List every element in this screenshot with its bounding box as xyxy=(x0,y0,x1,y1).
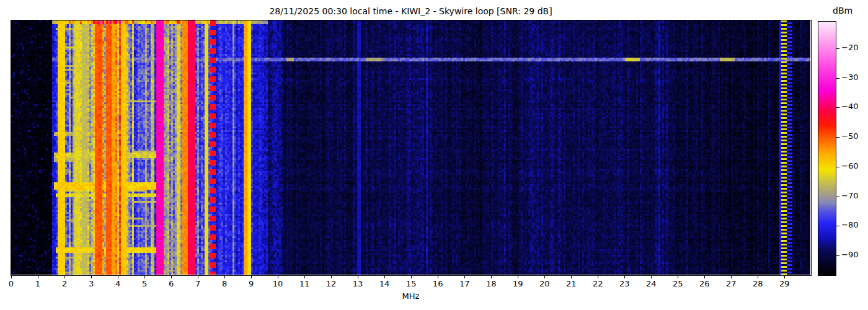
x-tick-mark xyxy=(571,275,572,278)
x-tick-mark xyxy=(278,275,278,278)
x-tick-label: 11 xyxy=(299,279,310,288)
x-tick-mark xyxy=(438,275,438,278)
x-tick-mark xyxy=(91,275,92,278)
x-tick-label: 14 xyxy=(379,279,390,288)
colorbar-tick-label: −90 xyxy=(841,250,858,259)
x-tick-label: 21 xyxy=(566,279,577,288)
x-tick-mark xyxy=(544,275,545,278)
colorbar-tick-mark xyxy=(836,78,839,79)
x-tick-mark xyxy=(38,275,38,278)
x-tick-label: 9 xyxy=(249,279,254,288)
x-tick-mark xyxy=(224,275,225,278)
x-tick-label: 27 xyxy=(726,279,737,288)
x-tick-label: 22 xyxy=(593,279,603,288)
spectrogram-plot xyxy=(11,20,812,276)
colorbar-tick-mark xyxy=(836,107,839,108)
x-tick-mark xyxy=(731,275,732,278)
x-tick-label: 1 xyxy=(35,279,40,288)
x-tick-mark xyxy=(624,275,625,278)
colorbar-tick-label: −70 xyxy=(841,191,858,200)
x-tick-mark xyxy=(651,275,652,278)
x-tick-mark xyxy=(304,275,305,278)
x-tick-label: 18 xyxy=(486,279,497,288)
colorbar xyxy=(818,21,836,276)
x-tick-label: 28 xyxy=(753,279,763,288)
colorbar-tick-mark xyxy=(836,197,839,197)
colorbar-tick-mark xyxy=(836,48,839,49)
x-tick-label: 24 xyxy=(646,279,657,288)
x-tick-mark xyxy=(464,275,465,278)
colorbar-tick-mark xyxy=(836,226,839,226)
x-tick-label: 26 xyxy=(699,279,710,288)
x-tick-mark xyxy=(704,275,705,278)
x-tick-mark xyxy=(518,275,518,278)
x-tick-mark xyxy=(251,275,252,278)
x-tick-mark xyxy=(198,275,198,278)
colorbar-tick-label: −30 xyxy=(841,73,858,82)
x-tick-mark xyxy=(384,275,385,278)
x-tick-label: 13 xyxy=(353,279,363,288)
x-tick-mark xyxy=(491,275,492,278)
x-tick-mark xyxy=(411,275,412,278)
x-axis-label: MHz xyxy=(11,291,810,301)
spectrogram-canvas xyxy=(11,20,810,275)
colorbar-tick-label: −50 xyxy=(841,131,858,141)
x-tick-label: 5 xyxy=(142,279,147,288)
colorbar-tick-mark xyxy=(836,137,839,138)
colorbar-tick-label: −80 xyxy=(841,220,858,229)
colorbar-unit-label: dBm xyxy=(833,6,852,16)
x-tick-label: 8 xyxy=(222,279,227,288)
x-tick-label: 10 xyxy=(273,279,283,288)
chart-title: 28/11/2025 00:30 local time - KIWI_2 - S… xyxy=(11,6,810,17)
x-tick-label: 29 xyxy=(779,279,790,288)
colorbar-tick-label: −40 xyxy=(841,102,858,111)
x-tick-mark xyxy=(358,275,358,278)
x-tick-mark xyxy=(11,275,12,278)
x-tick-label: 6 xyxy=(169,279,174,288)
colorbar-tick-mark xyxy=(836,167,839,167)
x-tick-label: 2 xyxy=(62,279,67,288)
colorbar-canvas xyxy=(818,22,836,275)
colorbar-tick-mark xyxy=(836,255,839,256)
spectrogram-page: 28/11/2025 00:30 local time - KIWI_2 - S… xyxy=(0,0,868,310)
x-tick-label: 15 xyxy=(406,279,417,288)
x-tick-mark xyxy=(331,275,332,278)
colorbar-tick-label: −60 xyxy=(841,161,858,170)
x-tick-label: 19 xyxy=(513,279,523,288)
colorbar-tick-label: −20 xyxy=(841,43,858,52)
x-tick-label: 23 xyxy=(619,279,630,288)
x-tick-label: 25 xyxy=(673,279,683,288)
x-tick-mark xyxy=(171,275,172,278)
x-tick-mark xyxy=(64,275,65,278)
x-tick-label: 17 xyxy=(459,279,470,288)
x-tick-mark xyxy=(678,275,678,278)
x-tick-mark xyxy=(144,275,145,278)
x-tick-mark xyxy=(784,275,785,278)
x-tick-label: 3 xyxy=(89,279,94,288)
x-tick-mark xyxy=(598,275,598,278)
x-tick-label: 20 xyxy=(539,279,550,288)
x-tick-label: 16 xyxy=(433,279,443,288)
x-tick-label: 4 xyxy=(115,279,120,288)
x-tick-mark xyxy=(118,275,118,278)
x-tick-label: 12 xyxy=(326,279,337,288)
x-tick-label: 0 xyxy=(9,279,14,288)
x-tick-label: 7 xyxy=(195,279,200,288)
x-tick-mark xyxy=(758,275,758,278)
